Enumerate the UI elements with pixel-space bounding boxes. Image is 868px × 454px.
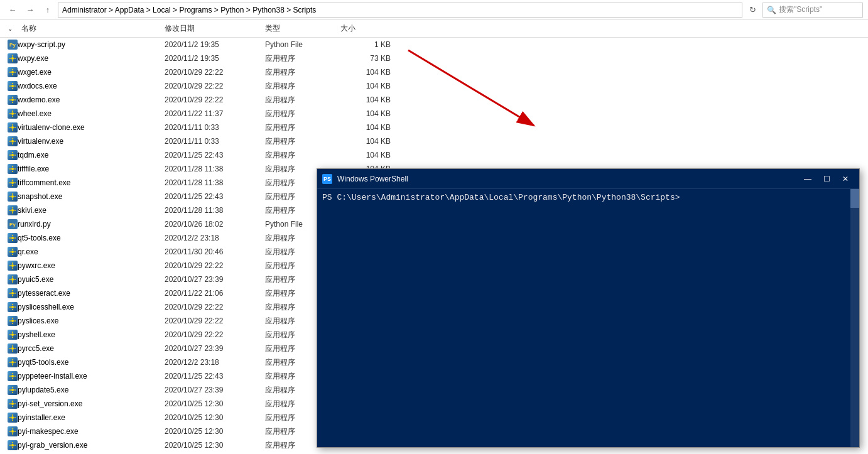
up-button[interactable]: ↑ [40, 3, 55, 18]
table-row[interactable]: wheel.exe2020/11/22 11:37应用程序104 KB [0, 107, 868, 121]
table-row[interactable]: virtualenv.exe2020/11/11 0:33应用程序104 KB [0, 134, 868, 148]
file-date: 2020/11/2 19:35 [165, 40, 265, 49]
svg-rect-94 [14, 320, 16, 322]
svg-rect-8 [9, 72, 11, 73]
file-date: 2020/10/29 22:22 [165, 68, 265, 77]
minimize-button[interactable]: — [799, 172, 816, 186]
file-name: wxpy-script.py [18, 40, 165, 49]
svg-point-105 [11, 361, 14, 364]
exe-file-icon [8, 302, 18, 312]
svg-rect-51 [12, 193, 13, 195]
file-date: 2020/11/28 11:38 [165, 178, 265, 187]
svg-rect-53 [9, 196, 11, 197]
file-name: virtualenv.exe [18, 137, 165, 146]
svg-rect-112 [12, 378, 13, 379]
svg-rect-44 [14, 168, 16, 170]
svg-rect-61 [12, 235, 13, 236]
svg-point-75 [11, 278, 14, 281]
file-name: pyslicesshell.exe [18, 303, 165, 311]
svg-rect-27 [12, 129, 13, 131]
table-row[interactable]: wxdocs.exe2020/10/29 22:22应用程序104 KB [0, 79, 868, 93]
svg-rect-21 [12, 111, 13, 112]
breadcrumb[interactable]: Administrator > AppData > Local > Progra… [58, 3, 742, 18]
svg-rect-62 [12, 240, 13, 241]
forward-button[interactable]: → [23, 3, 38, 18]
ps-scrollbar[interactable] [850, 189, 859, 447]
svg-point-90 [11, 320, 14, 322]
exe-file-icon [8, 413, 18, 423]
table-row[interactable]: wxpy.exe2020/11/2 19:35应用程序73 KB [0, 51, 868, 65]
col-date-header[interactable]: 修改日期 [165, 23, 265, 34]
svg-rect-109 [14, 362, 16, 363]
svg-rect-111 [12, 373, 13, 374]
svg-rect-54 [14, 196, 16, 197]
search-placeholder: 搜索"Scripts" [779, 4, 822, 15]
svg-rect-134 [14, 431, 16, 432]
table-row[interactable]: virtualenv-clone.exe2020/11/11 0:33应用程序1… [0, 121, 868, 134]
svg-rect-131 [12, 428, 13, 430]
svg-rect-79 [14, 279, 16, 280]
svg-point-0 [11, 57, 14, 60]
column-headers: ⌄ 名称 修改日期 类型 大小 [0, 20, 868, 38]
maximize-button[interactable]: ☐ [818, 172, 835, 186]
file-size: 104 KB [340, 151, 391, 159]
svg-rect-96 [12, 332, 13, 333]
close-button[interactable]: ✕ [837, 172, 854, 186]
svg-rect-89 [14, 306, 16, 308]
svg-point-100 [11, 347, 14, 350]
svg-rect-47 [12, 185, 13, 186]
table-row[interactable]: tqdm.exe2020/11/25 22:43应用程序104 KB [0, 148, 868, 162]
back-button[interactable]: ← [5, 3, 20, 18]
file-date: 2020/11/25 22:43 [165, 151, 265, 159]
exe-file-icon [8, 357, 18, 367]
file-date: 2020/10/29 22:22 [165, 316, 265, 325]
file-name: pyqt5-tools.exe [18, 358, 165, 367]
ps-scrollbar-thumb[interactable] [850, 189, 859, 208]
ps-icon: PS [322, 174, 332, 184]
file-name: wxpy.exe [18, 54, 165, 63]
svg-rect-72 [12, 268, 13, 269]
svg-rect-83 [9, 293, 11, 294]
svg-rect-16 [12, 97, 13, 98]
svg-rect-133 [9, 431, 11, 432]
svg-point-70 [11, 264, 14, 267]
svg-rect-114 [14, 376, 16, 377]
file-type: 应用程序 [265, 81, 340, 92]
file-size: 104 KB [340, 109, 391, 118]
svg-point-80 [11, 292, 14, 295]
svg-point-95 [11, 333, 14, 336]
ps-content[interactable]: PS C:\Users\Administrator\AppData\Local\… [317, 189, 859, 447]
svg-rect-2 [12, 60, 13, 62]
search-box[interactable]: 🔍 搜索"Scripts" [762, 3, 863, 18]
exe-file-icon [8, 385, 18, 395]
col-name-header[interactable]: ⌄ 名称 [8, 23, 165, 34]
file-size: 104 KB [340, 68, 391, 77]
file-type: 应用程序 [265, 95, 340, 105]
file-date: 2020/10/29 22:22 [165, 330, 265, 339]
svg-rect-52 [12, 198, 13, 200]
file-name: pyuic5.exe [18, 275, 165, 284]
svg-point-125 [11, 416, 14, 419]
svg-point-55 [11, 209, 14, 212]
file-date: 2020/11/30 20:46 [165, 247, 265, 256]
table-row[interactable]: wxget.exe2020/10/29 22:22应用程序104 KB [0, 65, 868, 79]
table-row[interactable]: wxdemo.exe2020/10/29 22:22应用程序104 KB [0, 93, 868, 107]
refresh-button[interactable]: ↻ [745, 3, 760, 18]
col-size-header[interactable]: 大小 [340, 23, 391, 34]
svg-rect-33 [9, 141, 11, 142]
file-size: 104 KB [340, 123, 391, 132]
svg-rect-76 [12, 276, 13, 278]
svg-point-35 [11, 154, 14, 156]
address-bar: ← → ↑ Administrator > AppData > Local > … [0, 0, 868, 20]
file-type: 应用程序 [265, 122, 340, 133]
table-row[interactable]: Pywxpy-script.py2020/11/2 19:35Python Fi… [0, 38, 868, 51]
col-type-header[interactable]: 类型 [265, 23, 340, 34]
file-size: 104 KB [340, 137, 391, 146]
svg-rect-12 [12, 88, 13, 89]
svg-rect-78 [9, 279, 11, 280]
svg-rect-118 [9, 389, 11, 391]
file-date: 2020/10/27 23:39 [165, 386, 265, 394]
file-date: 2020/10/25 12:30 [165, 427, 265, 436]
svg-rect-46 [12, 180, 13, 181]
svg-rect-42 [12, 171, 13, 172]
